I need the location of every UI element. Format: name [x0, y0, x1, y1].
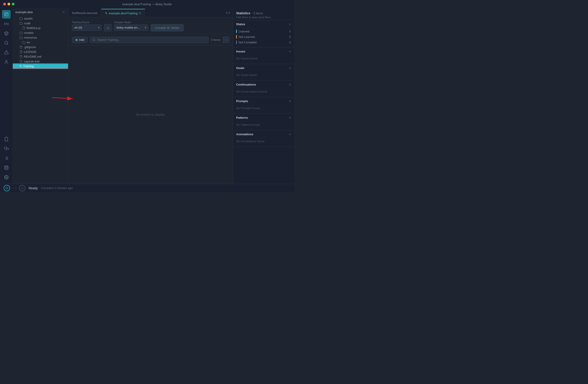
no-annotations-text: No Annotations found — [236, 139, 291, 144]
stats-section-issues: Issues ∧ No Issues found — [233, 47, 294, 64]
sidebar-item-database[interactable] — [2, 163, 11, 172]
compile-button[interactable]: Compile NL Model — [151, 24, 184, 31]
list-item[interactable]: resources — [13, 35, 68, 40]
stats-title: Statistics — [236, 11, 250, 15]
status-icons — [4, 185, 25, 191]
search-icon — [92, 38, 96, 41]
list-item[interactable]: capsule.bxb — [13, 59, 68, 64]
section-header-continuations[interactable]: Continuations ∧ — [233, 81, 294, 88]
section-title-issues: Issues — [236, 50, 245, 53]
section-title-prompts: Prompts — [236, 99, 248, 103]
folder-icon — [20, 36, 23, 39]
list-item[interactable]: assets — [13, 16, 68, 21]
sidebar-item-user[interactable] — [2, 58, 11, 66]
sidebar-item-settings[interactable] — [2, 173, 11, 182]
list-item[interactable]: RollDice.js — [13, 26, 68, 30]
collapse-icon[interactable] — [62, 11, 65, 14]
file-panel: example.dice assets code RollDice — [13, 8, 68, 184]
tab-training-icon: ✎ — [105, 12, 107, 15]
folder-icon — [20, 17, 23, 20]
status-bar: Ready Compiled 3 minutes ago — [0, 184, 294, 192]
section-header-prompts[interactable]: Prompts ∧ — [233, 97, 294, 105]
list-item[interactable]: models — [13, 30, 68, 35]
section-header-goals[interactable]: Goals ∧ — [233, 64, 294, 71]
close-button[interactable] — [3, 3, 6, 5]
list-item[interactable]: README.md — [13, 54, 68, 59]
stats-section-goals: Goals ∧ No Goals found — [233, 64, 294, 81]
maximize-button[interactable] — [12, 3, 15, 5]
bixby-icon — [5, 187, 8, 190]
tab-rollresult[interactable]: RollResult.view.bxb — [68, 9, 101, 17]
search-input[interactable] — [97, 38, 206, 42]
not-learned-value: 0 — [289, 35, 291, 39]
chevron-up-icon-annotations: ∧ — [289, 133, 291, 136]
more-button[interactable]: ⋯ — [223, 37, 229, 43]
minimize-button[interactable] — [7, 3, 10, 5]
list-item[interactable]: LICENSE — [13, 49, 68, 54]
target-select-wrapper: bixby-mobile-en... — [114, 24, 148, 31]
stats-section-prompts: Prompts ∧ No Prompts found — [233, 97, 294, 114]
target-select[interactable]: bixby-mobile-en... — [114, 24, 148, 31]
stat-row-not-learned[interactable]: Not Learned 0 — [236, 34, 291, 40]
stats-header: Statistics - 0 Items Click items to appl… — [233, 8, 294, 20]
svg-point-21 — [93, 39, 95, 41]
section-title-goals: Goals — [236, 66, 244, 70]
tab-training-label: example.dice/Training — [109, 12, 138, 15]
add-button[interactable]: ⊕ Add — [72, 37, 87, 43]
section-content-goals: No Goals found — [233, 71, 294, 80]
icon-sidebar — [0, 8, 13, 184]
target-group: Compile Target bixby-mobile-en... — [114, 21, 148, 31]
chevron-up-icon-goals: ∧ — [289, 66, 291, 69]
sidebar-item-extensions[interactable] — [2, 20, 11, 28]
source-group: Training Source en (0) — [72, 21, 101, 31]
no-prompts-text: No Prompts found — [236, 106, 291, 111]
section-header-issues[interactable]: Issues ∧ — [233, 47, 294, 55]
sidebar-item-search[interactable] — [2, 39, 11, 47]
svg-rect-0 — [5, 13, 8, 16]
list-item[interactable]: code — [13, 21, 68, 26]
tab-bar-right[interactable]: ≡ 2 — [226, 11, 230, 14]
stat-row-learned[interactable]: Learned 0 — [236, 29, 291, 34]
sidebar-item-warning[interactable] — [2, 48, 11, 57]
sidebar-item-list[interactable] — [2, 154, 11, 163]
sidebar-item-upload[interactable] — [2, 144, 11, 153]
section-header-status[interactable]: Status ∧ — [233, 20, 294, 28]
list-item[interactable]: .gitignore — [13, 45, 68, 49]
titlebar: example.dice/Training — Bixby Studio — [0, 0, 294, 8]
training-file-icon: ✎ — [20, 65, 22, 68]
svg-point-6 — [6, 60, 7, 62]
stat-row-not-compiled[interactable]: Not Compiled 0 — [236, 40, 291, 45]
stats-section-patterns: Patterns ∧ No Patterns found — [233, 114, 294, 130]
tab-training[interactable]: ✎ example.dice/Training ⬡ — [101, 9, 145, 17]
file-icon — [22, 26, 25, 29]
source-select[interactable]: en (0) — [72, 24, 101, 31]
section-content-prompts: No Prompts found — [233, 105, 294, 113]
sidebar-item-files[interactable] — [2, 10, 11, 19]
section-header-annotations[interactable]: Annotations ∧ — [233, 130, 294, 138]
stats-count: - 0 Items — [252, 12, 263, 15]
add-label: Add — [79, 38, 84, 42]
list-item-training[interactable]: ✎ Training — [13, 64, 68, 68]
stats-section-annotations: Annotations ∧ No Annotations found — [233, 130, 294, 147]
list-item[interactable]: en — [13, 40, 68, 45]
status-ready: Ready — [29, 186, 38, 190]
no-patterns-text: No Patterns found — [236, 122, 291, 128]
sidebar-item-device[interactable] — [2, 135, 11, 143]
file-icon — [20, 55, 22, 58]
status-bixby-icon[interactable] — [4, 185, 10, 191]
status-compile-icon[interactable] — [19, 185, 25, 191]
no-goals-text: No Goals found — [236, 72, 291, 78]
training-content: No entries to display — [68, 45, 233, 184]
sidebar-item-cube[interactable] — [2, 29, 11, 38]
file-icon — [20, 50, 22, 53]
svg-point-1 — [6, 23, 7, 24]
section-header-patterns[interactable]: Patterns ∧ — [233, 114, 294, 121]
chart-button[interactable] — [104, 24, 111, 31]
action-bar: ⊕ Add 0 Items ⋯ — [68, 34, 233, 45]
search-bar — [90, 37, 209, 43]
stats-panel: Statistics - 0 Items Click items to appl… — [233, 8, 294, 184]
folder-icon — [20, 22, 23, 25]
section-content-patterns: No Patterns found — [233, 121, 294, 130]
no-continuations-text: No Continuations found — [236, 89, 291, 95]
chevron-up-icon-patterns: ∧ — [289, 116, 291, 119]
